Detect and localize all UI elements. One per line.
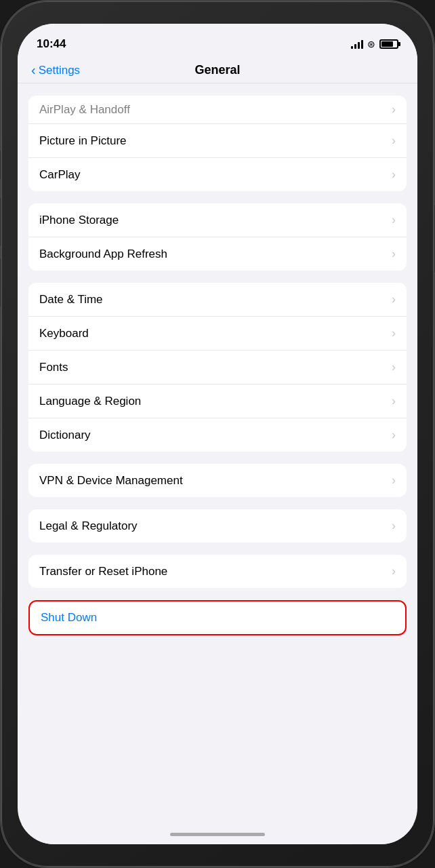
chevron-icon: ›: [392, 167, 396, 182]
volume-down-button[interactable]: [0, 259, 1, 307]
settings-item-picture-in-picture[interactable]: Picture in Picture ›: [28, 124, 407, 158]
chevron-icon: ›: [392, 473, 396, 488]
picture-in-picture-label: Picture in Picture: [39, 134, 127, 148]
legal-regulatory-label: Legal & Regulatory: [39, 519, 138, 533]
settings-item-vpn-device-management[interactable]: VPN & Device Management ›: [28, 464, 407, 497]
page-title: General: [194, 63, 240, 77]
settings-item-airplay[interactable]: AirPlay & Handoff ›: [28, 96, 407, 124]
chevron-icon: ›: [392, 134, 396, 148]
settings-group-4: VPN & Device Management ›: [28, 464, 407, 497]
settings-group-2: iPhone Storage › Background App Refresh …: [28, 203, 407, 271]
chevron-icon: ›: [392, 428, 396, 442]
iphone-storage-label: iPhone Storage: [39, 214, 119, 227]
settings-item-dictionary[interactable]: Dictionary ›: [28, 418, 407, 452]
battery-icon: [379, 39, 398, 49]
settings-item-background-app-refresh[interactable]: Background App Refresh ›: [28, 237, 407, 271]
chevron-icon: ›: [392, 564, 396, 578]
chevron-icon: ›: [392, 213, 396, 227]
settings-item-keyboard[interactable]: Keyboard ›: [28, 317, 407, 351]
phone-frame: 10:44 ⊛ ‹ Settings General: [0, 0, 435, 868]
chevron-icon: ›: [392, 247, 396, 261]
chevron-icon: ›: [392, 519, 396, 533]
chevron-icon: ›: [392, 360, 396, 374]
settings-item-date-time[interactable]: Date & Time ›: [28, 283, 407, 317]
status-time: 10:44: [37, 37, 66, 51]
shut-down-button[interactable]: Shut Down: [28, 600, 407, 635]
keyboard-label: Keyboard: [39, 327, 89, 340]
settings-item-legal-regulatory[interactable]: Legal & Regulatory ›: [28, 509, 407, 542]
volume-up-button[interactable]: [0, 198, 1, 245]
settings-group-1: AirPlay & Handoff › Picture in Picture ›…: [28, 96, 407, 191]
settings-item-transfer-reset[interactable]: Transfer or Reset iPhone ›: [28, 555, 407, 588]
transfer-reset-label: Transfer or Reset iPhone: [39, 565, 167, 578]
nav-bar: ‹ Settings General: [18, 58, 417, 83]
back-chevron-icon: ‹: [31, 63, 36, 77]
chevron-icon: ›: [392, 326, 396, 340]
home-indicator: [18, 824, 417, 844]
phone-screen: 10:44 ⊛ ‹ Settings General: [18, 24, 417, 844]
settings-item-fonts[interactable]: Fonts ›: [28, 351, 407, 384]
back-button[interactable]: ‹ Settings: [31, 64, 80, 77]
mute-button[interactable]: [0, 151, 1, 179]
chevron-icon: ›: [392, 102, 396, 117]
dictionary-label: Dictionary: [39, 429, 91, 442]
settings-content: AirPlay & Handoff › Picture in Picture ›…: [18, 83, 417, 824]
back-label: Settings: [39, 64, 80, 77]
status-bar: 10:44 ⊛: [18, 24, 417, 58]
fonts-label: Fonts: [39, 361, 68, 374]
settings-item-carplay[interactable]: CarPlay ›: [28, 158, 407, 191]
chevron-icon: ›: [392, 292, 396, 307]
date-time-label: Date & Time: [39, 293, 103, 307]
language-region-label: Language & Region: [39, 395, 141, 408]
carplay-label: CarPlay: [39, 168, 80, 182]
settings-group-3: Date & Time › Keyboard › Fonts › Languag…: [28, 283, 407, 452]
status-icons: ⊛: [351, 39, 398, 50]
settings-item-language-region[interactable]: Language & Region ›: [28, 384, 407, 418]
airplay-label: AirPlay & Handoff: [39, 103, 130, 117]
settings-group-6: Transfer or Reset iPhone ›: [28, 555, 407, 588]
home-bar: [170, 833, 265, 836]
signal-icon: [351, 39, 363, 49]
settings-item-iphone-storage[interactable]: iPhone Storage ›: [28, 203, 407, 237]
settings-group-5: Legal & Regulatory ›: [28, 509, 407, 542]
wifi-icon: ⊛: [367, 39, 375, 50]
chevron-icon: ›: [392, 394, 396, 408]
vpn-device-management-label: VPN & Device Management: [39, 474, 183, 488]
background-app-refresh-label: Background App Refresh: [39, 248, 167, 261]
shut-down-label: Shut Down: [41, 611, 97, 625]
